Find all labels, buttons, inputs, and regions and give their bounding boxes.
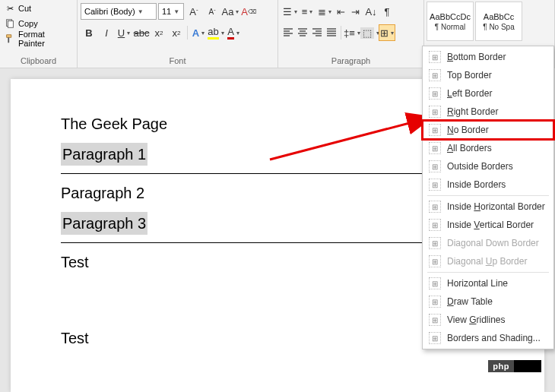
show-marks-button[interactable]: ¶ bbox=[380, 3, 394, 20]
menu-item-label: All Borders bbox=[447, 143, 492, 153]
format-painter-button[interactable]: Format Painter bbox=[3, 32, 74, 46]
justify-button[interactable] bbox=[325, 24, 338, 41]
menu-item-label: Inside Borders bbox=[447, 179, 506, 190]
menu-item-label: Draw Table bbox=[447, 296, 493, 307]
border-menu-item[interactable]: ⊞Inside Vertical Border bbox=[423, 216, 553, 234]
menu-item-label: View Gridlines bbox=[447, 315, 506, 325]
clipboard-group: ✂ Cut Copy Format Painter Clipboard bbox=[0, 0, 78, 68]
menu-item-label: Diagonal Up Border bbox=[447, 256, 527, 267]
border-menu-item[interactable]: ⊞Left Border bbox=[423, 84, 553, 103]
sort-button[interactable]: A↓ bbox=[363, 3, 379, 20]
border-menu-item[interactable]: ⊞Outside Borders bbox=[423, 157, 553, 175]
text-effects-button[interactable]: A▾ bbox=[190, 24, 207, 41]
separator bbox=[341, 26, 341, 40]
font-name-value: Calibri (Body) bbox=[84, 7, 135, 16]
align-center-button[interactable] bbox=[296, 24, 309, 41]
paragraph-1: Paragraph 1 bbox=[61, 143, 147, 166]
copy-label: Copy bbox=[18, 19, 38, 28]
badge-text: php bbox=[488, 360, 514, 372]
clear-formatting-button[interactable]: A⌫ bbox=[240, 3, 257, 20]
border-type-icon: ⊞ bbox=[429, 106, 441, 118]
line-spacing-button[interactable]: ‡≡▾ bbox=[344, 24, 360, 41]
paragraph-group: ☰▾ ≡▾ ≣▾ ⇤ ⇥ A↓ ¶ bbox=[278, 0, 424, 68]
border-type-icon: ⊞ bbox=[429, 179, 441, 191]
underline-button[interactable]: U▾ bbox=[116, 24, 132, 41]
chevron-down-icon: ▼ bbox=[173, 8, 179, 15]
cut-icon: ✂ bbox=[5, 4, 15, 14]
increase-indent-button[interactable]: ⇥ bbox=[348, 3, 362, 20]
border-menu-item[interactable]: ⊞All Borders bbox=[423, 139, 553, 157]
menu-item-label: Left Border bbox=[447, 88, 492, 99]
align-left-button[interactable] bbox=[281, 24, 295, 41]
border-menu-item[interactable]: ⊞Bottom Border bbox=[423, 48, 553, 66]
bullets-button[interactable]: ☰▾ bbox=[281, 3, 298, 20]
font-color-button[interactable]: A▾ bbox=[225, 24, 242, 41]
border-type-icon: ⊞ bbox=[429, 51, 441, 63]
subscript-button[interactable]: x2 bbox=[151, 24, 167, 41]
border-type-icon: ⊞ bbox=[429, 296, 441, 308]
bold-button[interactable]: B bbox=[81, 24, 97, 41]
grow-font-button[interactable]: Aˆ bbox=[186, 3, 202, 20]
border-menu-item[interactable]: ⊞Draw Table bbox=[423, 292, 553, 311]
style-normal[interactable]: AaBbCcDc ¶ Normal bbox=[427, 2, 474, 41]
border-menu-item[interactable]: ⊞Diagonal Up Border bbox=[423, 252, 553, 270]
menu-item-label: Diagonal Down Border bbox=[447, 238, 539, 248]
watermark-badge: php bbox=[488, 360, 541, 372]
font-group: Calibri (Body) ▼ 11 ▼ Aˆ Aˇ Aa▾ A⌫ B I U… bbox=[78, 0, 278, 68]
format-painter-label: Format Painter bbox=[18, 30, 72, 48]
superscript-button[interactable]: x2 bbox=[168, 24, 185, 41]
menu-item-label: Inside Horizontal Border bbox=[447, 201, 545, 212]
border-type-icon: ⊞ bbox=[429, 237, 441, 249]
copy-icon bbox=[5, 18, 15, 29]
font-size-select[interactable]: 11 ▼ bbox=[158, 3, 184, 20]
border-type-icon: ⊞ bbox=[429, 142, 441, 154]
style-no-spacing[interactable]: AaBbCc ¶ No Spa bbox=[475, 2, 522, 41]
cut-button[interactable]: ✂ Cut bbox=[3, 2, 74, 15]
align-right-button[interactable] bbox=[310, 24, 324, 41]
menu-item-label: Right Border bbox=[447, 106, 498, 117]
border-type-icon: ⊞ bbox=[429, 201, 441, 213]
menu-item-label: Top Border bbox=[447, 70, 492, 81]
border-menu-item[interactable]: ⊞Diagonal Down Border bbox=[423, 234, 553, 252]
menu-item-label: Horizontal Line bbox=[447, 278, 508, 289]
border-type-icon: ⊞ bbox=[429, 87, 441, 100]
copy-button[interactable]: Copy bbox=[3, 17, 74, 30]
border-menu-item[interactable]: ⊞View Gridlines bbox=[423, 311, 553, 329]
menu-item-label: Borders and Shading... bbox=[447, 333, 541, 343]
border-type-icon: ⊞ bbox=[429, 277, 441, 289]
menu-item-label: Bottom Border bbox=[447, 52, 506, 62]
border-type-icon: ⊞ bbox=[429, 314, 441, 326]
border-menu-item[interactable]: ⊞Horizontal Line bbox=[423, 274, 553, 292]
border-type-icon: ⊞ bbox=[429, 69, 441, 81]
shading-button[interactable]: ⬚▾ bbox=[361, 24, 378, 41]
border-menu-item[interactable]: ⊞Top Border bbox=[423, 66, 553, 84]
style-name: ¶ Normal bbox=[435, 23, 465, 31]
style-preview: AaBbCc bbox=[484, 12, 514, 21]
border-type-icon: ⊞ bbox=[429, 255, 441, 267]
chevron-down-icon: ▼ bbox=[138, 8, 144, 15]
paragraph-group-label: Paragraph bbox=[281, 55, 420, 68]
cut-label: Cut bbox=[18, 4, 31, 13]
brush-icon bbox=[5, 33, 15, 44]
shrink-font-button[interactable]: Aˇ bbox=[204, 3, 220, 20]
borders-button[interactable]: ⊞▾ bbox=[379, 24, 395, 41]
italic-button[interactable]: I bbox=[98, 24, 115, 41]
menu-item-label: Inside Vertical Border bbox=[447, 220, 534, 230]
decrease-indent-button[interactable]: ⇤ bbox=[334, 3, 347, 20]
border-menu-item[interactable]: ⊞Inside Borders bbox=[423, 175, 553, 194]
change-case-button[interactable]: Aa▾ bbox=[222, 3, 239, 20]
font-name-select[interactable]: Calibri (Body) ▼ bbox=[81, 3, 157, 20]
strikethrough-button[interactable]: abc bbox=[133, 24, 150, 41]
numbering-button[interactable]: ≡▾ bbox=[299, 3, 316, 20]
border-type-icon: ⊞ bbox=[429, 160, 441, 172]
highlight-button[interactable]: ab▾ bbox=[208, 24, 224, 41]
border-menu-item[interactable]: ⊞No Border bbox=[423, 121, 553, 139]
menu-item-label: No Border bbox=[447, 125, 489, 135]
paragraph-3: Paragraph 3 bbox=[61, 212, 147, 235]
border-menu-item[interactable]: ⊞Right Border bbox=[423, 103, 553, 121]
border-menu-item[interactable]: ⊞Borders and Shading... bbox=[423, 329, 553, 347]
border-menu-item[interactable]: ⊞Inside Horizontal Border bbox=[423, 198, 553, 216]
menu-separator bbox=[427, 272, 549, 273]
separator bbox=[187, 26, 188, 40]
multilevel-list-button[interactable]: ≣▾ bbox=[316, 3, 333, 20]
